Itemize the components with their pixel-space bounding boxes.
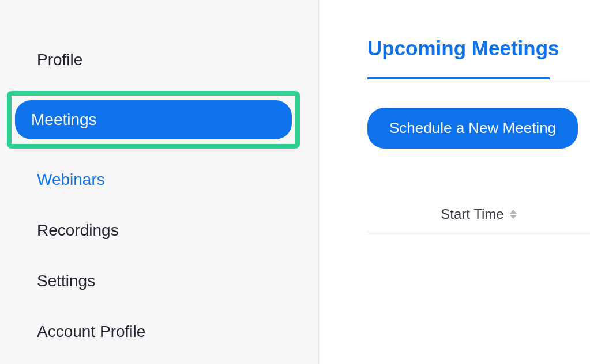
- tab-underline: [367, 77, 550, 79]
- sidebar-item-settings[interactable]: Settings: [25, 261, 293, 301]
- sidebar: Profile Meetings Webinars Recordings Set…: [0, 0, 319, 364]
- sidebar-item-meetings-highlight: Meetings: [7, 91, 300, 149]
- divider: [367, 81, 590, 81]
- sort-descending-icon: [510, 215, 517, 219]
- meetings-table-header: Start Time: [367, 206, 590, 232]
- page-title: Upcoming Meetings: [367, 37, 590, 77]
- sidebar-nav-list: Profile Meetings Webinars Recordings Set…: [25, 40, 293, 364]
- sort-ascending-icon: [510, 210, 517, 214]
- sidebar-item-account-profile[interactable]: Account Profile: [25, 312, 293, 351]
- sidebar-item-webinars[interactable]: Webinars: [25, 160, 293, 199]
- column-header-start-time[interactable]: Start Time: [441, 206, 503, 222]
- sidebar-item-meetings[interactable]: Meetings: [15, 100, 292, 139]
- main-content: Upcoming Meetings Schedule a New Meeting…: [319, 0, 590, 364]
- schedule-new-meeting-button[interactable]: Schedule a New Meeting: [367, 108, 578, 149]
- sidebar-item-recordings[interactable]: Recordings: [25, 211, 293, 250]
- sidebar-item-profile[interactable]: Profile: [25, 40, 293, 79]
- sort-icon[interactable]: [510, 210, 517, 219]
